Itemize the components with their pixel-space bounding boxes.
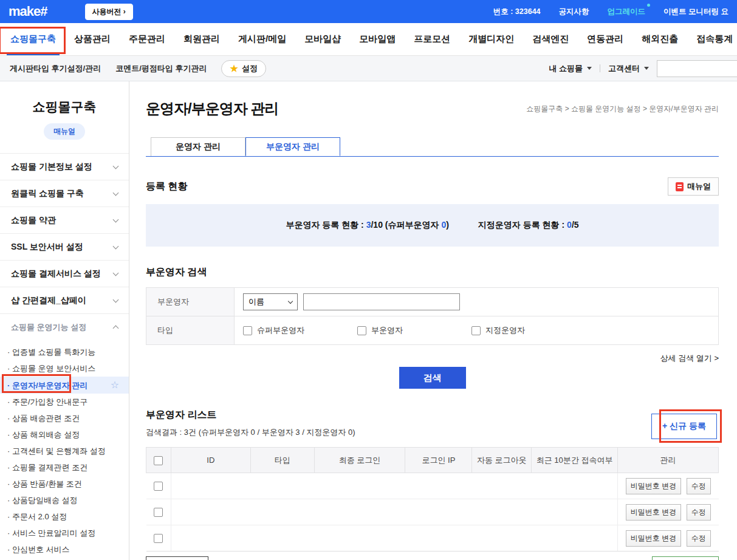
search-type-label: 타입 bbox=[146, 316, 235, 345]
sidebar-subitem-order-signup-notice[interactable]: · 주문/가입창 안내문구 bbox=[0, 394, 129, 410]
cell-recent-access bbox=[532, 473, 618, 499]
cell-type bbox=[250, 473, 314, 499]
edit-button[interactable]: 수정 bbox=[687, 478, 711, 494]
detail-search-toggle-link[interactable]: 상세 검색 열기 > bbox=[146, 353, 719, 364]
status-section-heading: 등록 현황 bbox=[146, 180, 187, 193]
cell-auto-logout bbox=[472, 525, 532, 551]
checkbox-super-sub-operator[interactable] bbox=[243, 326, 252, 335]
event-monitoring-link[interactable]: 이벤트 모니터링 요 bbox=[663, 7, 728, 17]
sidebar-subitem-security-service[interactable]: · 쇼핑몰 운영 보안서비스 bbox=[0, 360, 129, 377]
sidebar: 쇼핑몰구축 매뉴얼 쇼핑몰 기본정보 설정 원클릭 쇼핑몰 구축 쇼핑몰 약관 … bbox=[0, 81, 129, 560]
search-form-table: 부운영자 이름 타입 슈퍼부운영자 부운영자 지정운영자 bbox=[146, 287, 719, 345]
nav-tab-integration[interactable]: 연동관리 bbox=[578, 23, 632, 55]
cell-last-login bbox=[314, 473, 405, 499]
nav-tab-global[interactable]: 해외진출 bbox=[632, 23, 687, 55]
cell-auto-logout bbox=[472, 499, 532, 525]
version-button[interactable]: 사용버전 › bbox=[85, 4, 133, 20]
sidebar-item-oneclick-build[interactable]: 원클릭 쇼핑몰 구축 bbox=[0, 180, 129, 207]
comment-review-settings-link[interactable]: 코멘트/평점타입 후기관리 bbox=[115, 63, 207, 74]
sidebar-submenu: · 업종별 쇼핑몰 특화기능 · 쇼핑몰 운영 보안서비스 · 운영자/부운영자… bbox=[0, 340, 129, 560]
nav-tab-orders[interactable]: 주문관리 bbox=[120, 23, 174, 55]
upgrade-link[interactable]: 업그레이드 bbox=[608, 7, 646, 17]
column-header-auto-logout: 자동 로그아웃 bbox=[472, 448, 532, 473]
sub-toolbar: 게시판타입 후기설정/관리 코멘트/평점타입 후기관리 ★ 설정 내 쇼핑몰 고… bbox=[0, 56, 737, 81]
header-search-input[interactable] bbox=[657, 60, 737, 77]
main-nav: 쇼핑몰구축 상품관리 주문관리 회원관리 게시판/메일 모바일샵 모바일앱 프로… bbox=[0, 23, 737, 56]
new-registration-button[interactable]: + 신규 등록 bbox=[651, 414, 717, 439]
nav-tab-members[interactable]: 회원관리 bbox=[174, 23, 229, 55]
sidebar-item-operation-settings[interactable]: 쇼핑몰 운영기능 설정 bbox=[0, 313, 129, 340]
sidebar-subitem-cs-bank-account[interactable]: · 고객센터 및 은행계좌 설정 bbox=[0, 443, 129, 459]
sidebar-manual-button[interactable]: 매뉴얼 bbox=[44, 123, 85, 140]
favorites-settings-button[interactable]: ★ 설정 bbox=[221, 60, 266, 77]
checkbox-designated-operator[interactable] bbox=[471, 326, 481, 335]
customer-center-dropdown[interactable]: 고객센터 bbox=[608, 63, 649, 74]
sidebar-subitem-industry-features[interactable]: · 업종별 쇼핑몰 특화기능 bbox=[0, 344, 129, 360]
select-all-checkbox[interactable] bbox=[154, 456, 163, 465]
checkbox-label: 부운영자 bbox=[371, 325, 403, 336]
edit-button[interactable]: 수정 bbox=[687, 530, 711, 547]
search-result-count: 검색결과 : 3건 (슈퍼부운영자 0 / 부운영자 3 / 지정운영자 0) bbox=[146, 427, 719, 438]
makeshop-logo[interactable]: make# bbox=[9, 4, 47, 19]
table-row: 비밀번호 변경 수정 bbox=[146, 499, 719, 525]
my-shop-dropdown[interactable]: 내 쇼핑몰 bbox=[549, 63, 592, 74]
row-checkbox[interactable] bbox=[154, 534, 163, 543]
sidebar-item-terms[interactable]: 쇼핑몰 약관 bbox=[0, 207, 129, 233]
chevron-down-icon bbox=[113, 190, 119, 196]
nav-tab-mobile-shop[interactable]: 모바일샵 bbox=[295, 23, 350, 55]
table-row: 비밀번호 변경 수정 bbox=[146, 525, 719, 551]
checkbox-sub-operator[interactable] bbox=[357, 326, 366, 335]
cell-type bbox=[250, 499, 314, 525]
search-field-select[interactable]: 이름 bbox=[243, 293, 298, 310]
sidebar-item-ssl[interactable]: SSL 보안서버 설정 bbox=[0, 233, 129, 260]
nav-tab-shop-build[interactable]: 쇼핑몰구축 bbox=[1, 23, 65, 55]
change-password-button[interactable]: 비밀번호 변경 bbox=[626, 478, 681, 494]
nav-tab-promotion[interactable]: 프로모션 bbox=[405, 23, 459, 55]
nav-tab-statistics[interactable]: 접속통계 bbox=[687, 23, 737, 55]
search-button[interactable]: 검색 bbox=[399, 367, 466, 389]
change-password-button[interactable]: 비밀번호 변경 bbox=[626, 530, 681, 547]
active-tab-underline bbox=[7, 53, 60, 55]
nav-tab-custom-design[interactable]: 개별디자인 bbox=[459, 23, 523, 55]
sidebar-subitem-shipping-conditions[interactable]: · 상품 배송관련 조건 bbox=[0, 410, 129, 426]
delete-selected-button[interactable]: × 선택 삭제 bbox=[146, 556, 208, 560]
column-header-recent-access: 최근 10분간 접속여부 bbox=[532, 448, 618, 473]
nav-tab-search-engine[interactable]: 검색엔진 bbox=[523, 23, 578, 55]
sidebar-subitem-safe-number[interactable]: · 안심번호 서비스 bbox=[0, 541, 129, 558]
sidebar-item-basic-info[interactable]: 쇼핑몰 기본정보 설정 bbox=[0, 153, 129, 180]
sidebar-subitem-order-form-20[interactable]: · 주문서 2.0 설정 bbox=[0, 508, 129, 525]
sidebar-subitem-overseas-shipping[interactable]: · 상품 해외배송 설정 bbox=[0, 426, 129, 443]
excel-download-button[interactable]: 엑셀 다운로드 bbox=[652, 556, 719, 560]
nav-tab-mobile-app[interactable]: 모바일앱 bbox=[350, 23, 405, 55]
board-review-settings-link[interactable]: 게시판타입 후기설정/관리 bbox=[10, 63, 101, 74]
divider bbox=[600, 64, 600, 72]
cell-login-ip bbox=[405, 525, 472, 551]
sidebar-subitem-expiry-reminder[interactable]: · 서비스 만료알리미 설정 bbox=[0, 525, 129, 541]
notice-link[interactable]: 공지사항 bbox=[559, 7, 589, 17]
breadcrumb: 쇼핑몰구축 > 쇼핑몰 운영기능 설정 > 운영자/부운영자 관리 bbox=[526, 104, 719, 114]
nav-tab-board-mail[interactable]: 게시판/메일 bbox=[229, 23, 295, 55]
checkbox-label: 슈퍼부운영자 bbox=[257, 325, 304, 336]
sidebar-subitem-sameday-shipping[interactable]: · 상품당일배송 설정 bbox=[0, 492, 129, 508]
manual-button[interactable]: 매뉴얼 bbox=[668, 177, 719, 196]
search-keyword-input[interactable] bbox=[303, 293, 460, 310]
sidebar-subitem-payment-conditions[interactable]: · 쇼핑몰 결제관련 조건 bbox=[0, 459, 129, 476]
sidebar-item-payment-service[interactable]: 쇼핑몰 결제서비스 설정 bbox=[0, 260, 129, 287]
cell-recent-access bbox=[532, 499, 618, 525]
sidebar-subitem-return-refund[interactable]: · 상품 반품/환불 조건 bbox=[0, 476, 129, 492]
sidebar-item-shop-pay[interactable]: 샵 간편결제_샵페이 bbox=[0, 287, 129, 313]
row-checkbox[interactable] bbox=[154, 508, 163, 517]
sidebar-subitem-operator-management[interactable]: · 운영자/부운영자 관리 ☆ bbox=[0, 377, 129, 394]
edit-button[interactable]: 수정 bbox=[687, 504, 711, 521]
chevron-down-icon bbox=[113, 270, 119, 276]
cell-last-login bbox=[314, 525, 405, 551]
manual-document-icon bbox=[676, 182, 684, 191]
cell-id bbox=[171, 473, 250, 499]
row-checkbox[interactable] bbox=[154, 482, 163, 491]
nav-tab-products[interactable]: 상품관리 bbox=[65, 23, 120, 55]
change-password-button[interactable]: 비밀번호 변경 bbox=[626, 504, 681, 521]
favorite-star-icon[interactable]: ☆ bbox=[111, 380, 119, 390]
cell-recent-access bbox=[532, 525, 618, 551]
tab-sub-operator-management[interactable]: 부운영자 관리 bbox=[245, 137, 340, 156]
tab-operator-management[interactable]: 운영자 관리 bbox=[151, 137, 245, 156]
